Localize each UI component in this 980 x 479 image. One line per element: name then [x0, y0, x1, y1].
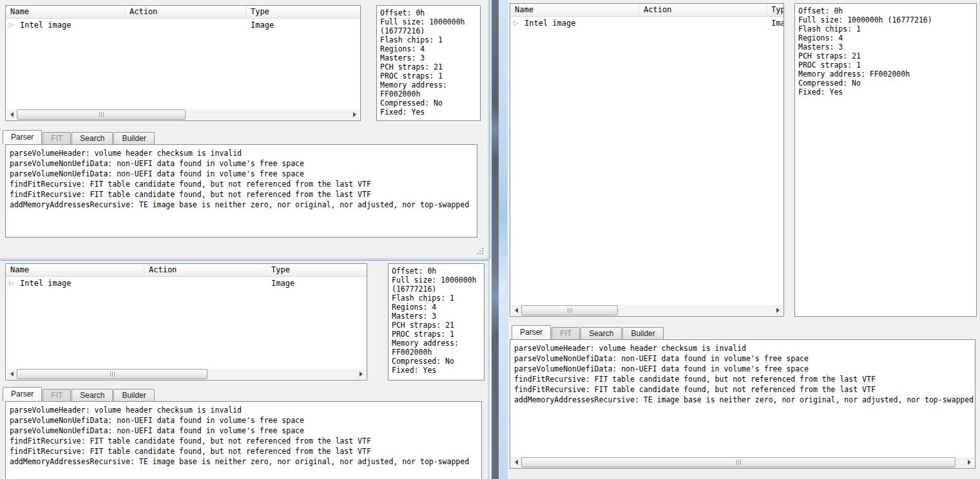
column-header-name[interactable]: Name [510, 4, 639, 16]
message-line[interactable]: parseVolumeNonUefiData: non-UEFI data fo… [514, 353, 974, 364]
uefitool-window-right: Name Action Type ▷ Intel image Image Off… [507, 0, 980, 479]
tab-fit: FIT [43, 389, 71, 401]
info-panel: Offset: 0h Full size: 1000000h (16777216… [376, 5, 481, 121]
tree-row-intel-image[interactable]: ▷ Intel image Image [510, 17, 783, 30]
message-line[interactable]: parseVolumeNonUefiData: non-UEFI data fo… [10, 158, 476, 169]
tab-search[interactable]: Search [72, 132, 113, 144]
structure-tree: Name Action Type ▷ Intel image Image [5, 5, 361, 121]
message-line[interactable]: findFitRecursive: FIT table candidate fo… [10, 189, 476, 200]
uefitool-window-bottom-left: Name Action Type ▷ Intel image Image Off… [0, 260, 490, 479]
parser-messages[interactable]: parseVolumeHeader: volume header checksu… [510, 339, 975, 469]
tab-bar: Parser FIT Search Builder [3, 130, 155, 144]
column-header-type[interactable]: Type [767, 4, 784, 16]
tree-row-intel-image[interactable]: ▷ Intel image Image [6, 277, 367, 290]
column-header-type[interactable]: Type [267, 264, 367, 276]
tab-parser[interactable]: Parser [512, 325, 551, 339]
message-line[interactable]: parseVolumeHeader: volume header checksu… [514, 343, 974, 353]
tab-search[interactable]: Search [72, 389, 113, 401]
info-panel: Offset: 0h Full size: 1000000h (16777216… [794, 3, 977, 317]
tab-bar: Parser FIT Search Builder [512, 325, 664, 339]
message-line[interactable]: findFitRecursive: FIT table candidate fo… [10, 436, 480, 446]
scroll-left-icon [515, 308, 518, 313]
column-header-type[interactable]: Type [246, 6, 361, 18]
scroll-right-button[interactable] [773, 305, 783, 315]
message-line[interactable]: parseVolumeNonUefiData: non-UEFI data fo… [10, 415, 480, 426]
parser-messages[interactable]: parseVolumeHeader: volume header checksu… [5, 401, 482, 479]
scroll-right-icon [776, 308, 780, 313]
tab-fit: FIT [43, 132, 71, 144]
message-line[interactable]: parseVolumeHeader: volume header checksu… [10, 148, 476, 158]
tree-row-intel-image[interactable]: ▷ Intel image Image [6, 19, 360, 32]
background-window-edge [490, 0, 507, 479]
message-line[interactable]: parseVolumeNonUefiData: non-UEFI data fo… [10, 169, 476, 179]
info-panel: Offset: 0h Full size: 1000000h (16777216… [388, 263, 485, 380]
parser-messages[interactable]: parseVolumeHeader: volume header checksu… [5, 144, 477, 238]
scrollbar-thumb[interactable] [521, 457, 956, 467]
thumb-grip-icon [99, 112, 104, 117]
scrollbar-thumb[interactable] [521, 305, 618, 315]
tree-header: Name Action Type [6, 6, 360, 19]
background-window-glass-border [499, 0, 507, 479]
column-header-name[interactable]: Name [6, 6, 125, 18]
scrollbar-thumb[interactable] [17, 109, 186, 120]
thumb-grip-icon [110, 371, 115, 377]
tree-item-type: Image [271, 277, 294, 289]
scroll-left-icon [10, 371, 14, 377]
message-line[interactable]: addMemoryAddressesRecursive: TE image ba… [514, 395, 974, 405]
scroll-left-button[interactable] [6, 369, 17, 379]
expander-icon[interactable]: ▷ [9, 277, 14, 289]
tree-horizontal-scrollbar[interactable] [6, 109, 360, 120]
tree-header: Name Action Type [510, 4, 783, 17]
tree-horizontal-scrollbar[interactable] [6, 369, 366, 379]
tree-item-type: Image [251, 19, 274, 31]
message-line[interactable]: parseVolumeNonUefiData: non-UEFI data fo… [10, 426, 480, 436]
structure-tree: Name Action Type ▷ Intel image Image [5, 263, 367, 380]
thumb-grip-icon [736, 460, 741, 465]
thumb-grip-icon [568, 308, 572, 313]
tab-parser[interactable]: Parser [3, 130, 42, 144]
scroll-left-button[interactable] [511, 305, 521, 315]
tab-bar: Parser FIT Search Builder [3, 387, 155, 401]
message-line[interactable]: parseVolumeNonUefiData: non-UEFI data fo… [514, 364, 974, 374]
scroll-right-icon [360, 371, 363, 377]
uefitool-window-top-left: Name Action Type ▷ Intel image Image Off… [0, 0, 490, 260]
background-window-dark-border [492, 0, 499, 479]
scroll-right-button[interactable] [356, 369, 366, 379]
message-line[interactable]: findFitRecursive: FIT table candidate fo… [10, 179, 476, 189]
scroll-left-button[interactable] [6, 109, 17, 120]
message-line[interactable]: findFitRecursive: FIT table candidate fo… [514, 374, 974, 384]
tree-item-name: Intel image [524, 17, 575, 29]
tree-item-name: Intel image [20, 19, 71, 31]
scroll-left-button[interactable] [511, 457, 521, 467]
tab-builder[interactable]: Builder [113, 389, 154, 401]
tree-horizontal-scrollbar[interactable] [511, 305, 783, 315]
tab-fit: FIT [552, 327, 580, 339]
scroll-right-button[interactable] [964, 457, 974, 467]
message-line[interactable]: parseVolumeHeader: volume header checksu… [10, 405, 480, 415]
expander-icon[interactable]: ▷ [514, 17, 519, 29]
message-line[interactable]: findFitRecursive: FIT table candidate fo… [514, 384, 974, 395]
tab-parser[interactable]: Parser [3, 387, 42, 401]
message-line[interactable]: findFitRecursive: FIT table candidate fo… [10, 446, 480, 456]
tab-builder[interactable]: Builder [113, 132, 154, 144]
tree-header: Name Action Type [6, 264, 367, 277]
scroll-left-icon [10, 112, 14, 117]
tab-search[interactable]: Search [581, 327, 622, 339]
structure-tree: Name Action Type ▷ Intel image Image [510, 3, 784, 317]
tab-builder[interactable]: Builder [622, 327, 663, 339]
tree-item-name: Intel image [20, 277, 71, 289]
scroll-left-icon [515, 460, 518, 465]
column-header-name[interactable]: Name [6, 264, 144, 276]
expander-icon[interactable]: ▷ [9, 19, 14, 31]
message-line[interactable]: addMemoryAddressesRecursive: TE image ba… [10, 200, 476, 210]
scroll-right-button[interactable] [349, 109, 360, 120]
scrollbar-thumb[interactable] [17, 369, 207, 379]
resize-grip-icon[interactable] [476, 247, 484, 255]
scroll-right-icon [353, 112, 356, 117]
scroll-right-icon [968, 460, 971, 465]
column-header-action[interactable]: Action [639, 4, 767, 16]
messages-horizontal-scrollbar[interactable] [511, 457, 974, 467]
column-header-action[interactable]: Action [125, 6, 246, 18]
message-line[interactable]: addMemoryAddressesRecursive: TE image ba… [10, 456, 480, 467]
column-header-action[interactable]: Action [144, 264, 267, 276]
